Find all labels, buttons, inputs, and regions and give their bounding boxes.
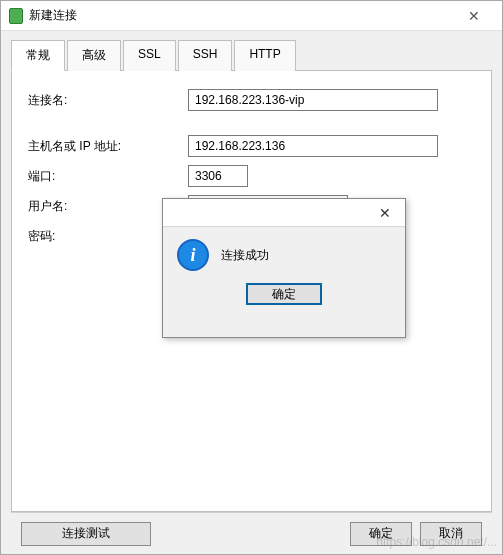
titlebar: 新建连接 ✕ — [1, 1, 502, 31]
tab-ssh[interactable]: SSH — [178, 40, 233, 71]
conn-name-label: 连接名: — [28, 92, 188, 109]
tab-general[interactable]: 常规 — [11, 40, 65, 71]
port-input[interactable] — [188, 165, 248, 187]
modal-ok-button[interactable]: 确定 — [246, 283, 322, 305]
modal-titlebar: ✕ — [163, 199, 405, 227]
footer: 连接测试 确定 取消 — [11, 512, 492, 554]
host-input[interactable] — [188, 135, 438, 157]
modal-message: 连接成功 — [221, 247, 269, 264]
modal-footer: 确定 — [163, 283, 405, 317]
port-label: 端口: — [28, 168, 188, 185]
message-dialog: ✕ i 连接成功 确定 — [162, 198, 406, 338]
info-icon: i — [177, 239, 209, 271]
cancel-button[interactable]: 取消 — [420, 522, 482, 546]
app-icon — [9, 8, 23, 24]
modal-body: i 连接成功 — [163, 227, 405, 283]
tab-ssl[interactable]: SSL — [123, 40, 176, 71]
tab-bar: 常规 高级 SSL SSH HTTP — [11, 40, 492, 71]
test-connection-button[interactable]: 连接测试 — [21, 522, 151, 546]
modal-close-icon[interactable]: ✕ — [365, 205, 405, 221]
tab-http[interactable]: HTTP — [234, 40, 295, 71]
tab-advanced[interactable]: 高级 — [67, 40, 121, 71]
close-icon[interactable]: ✕ — [454, 8, 494, 24]
window-title: 新建连接 — [29, 7, 454, 24]
host-label: 主机名或 IP 地址: — [28, 138, 188, 155]
conn-name-input[interactable] — [188, 89, 438, 111]
ok-button[interactable]: 确定 — [350, 522, 412, 546]
